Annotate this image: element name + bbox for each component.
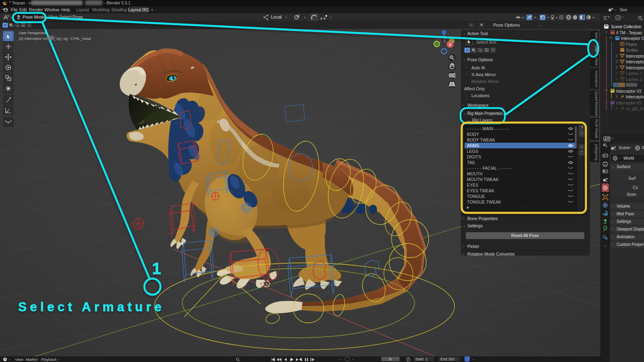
svg-text:Lashes 1: Lashes 1 bbox=[626, 71, 642, 76]
svg-text:Interceptor OB: Interceptor OB bbox=[621, 36, 644, 41]
svg-text:Scales: Scales bbox=[626, 48, 638, 52]
svg-text:Interceptor V2: Interceptor V2 bbox=[616, 101, 642, 105]
svg-text:# TM - Tequao: # TM - Tequao bbox=[616, 31, 642, 35]
svg-text:Scene Collection: Scene Collection bbox=[611, 25, 641, 29]
svg-text:Interceptor: Interceptor bbox=[626, 54, 644, 58]
svg-text:Plates: Plates bbox=[626, 42, 637, 47]
svg-text:X: X bbox=[449, 43, 451, 47]
svg-text:Interceptor V2: Interceptor V2 bbox=[616, 89, 642, 94]
svg-text:Lashes 2: Lashes 2 bbox=[626, 77, 642, 82]
svg-text:Interceptor: Interceptor bbox=[626, 66, 644, 70]
svg-text:Interceptor: Interceptor bbox=[626, 95, 644, 99]
svg-text:cs_grp_Inte: cs_grp_Inte bbox=[626, 106, 644, 111]
svg-text:Interceptor: Interceptor bbox=[626, 60, 644, 64]
